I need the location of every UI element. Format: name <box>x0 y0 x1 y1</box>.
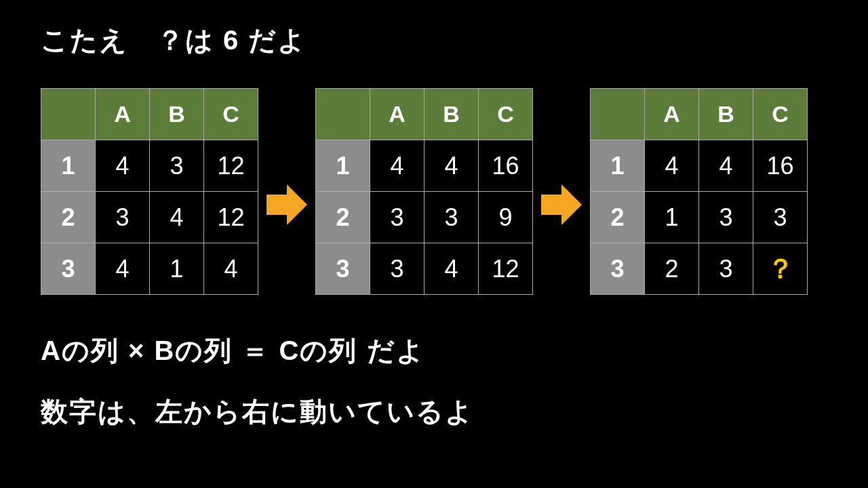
cell: 4 <box>150 192 204 243</box>
cell: 4 <box>96 140 150 192</box>
table-corner <box>591 89 645 140</box>
puzzle-table-2: A B C 1 4 4 16 2 3 3 9 3 3 4 12 <box>315 88 533 295</box>
cell: 16 <box>753 140 808 192</box>
puzzle-table-1: A B C 1 4 3 12 2 3 4 12 3 4 1 4 <box>41 88 258 295</box>
cell: 3 <box>370 192 425 243</box>
col-header-b: B <box>699 89 753 140</box>
col-header-c: C <box>753 89 808 140</box>
table-corner <box>41 89 96 140</box>
row-header: 1 <box>41 140 96 192</box>
answer-title: こたえ ？は 6 だよ <box>41 22 307 59</box>
cell: 3 <box>96 192 150 243</box>
row-header: 2 <box>591 192 645 243</box>
table-corner <box>316 89 370 140</box>
col-header-b: B <box>150 89 204 140</box>
cell: 3 <box>753 192 808 243</box>
cell: 4 <box>204 243 258 295</box>
cell: 12 <box>204 140 258 192</box>
cell: 1 <box>645 192 699 243</box>
cell: 12 <box>204 192 258 243</box>
row-header: 1 <box>591 140 645 192</box>
row-header: 2 <box>316 192 370 243</box>
cell: 1 <box>150 243 204 295</box>
svg-marker-0 <box>267 184 307 225</box>
cell: 4 <box>645 140 699 192</box>
col-header-c: C <box>479 89 533 140</box>
cell: 4 <box>425 140 479 192</box>
cell: 3 <box>425 192 479 243</box>
cell: 9 <box>479 192 533 243</box>
col-header-a: A <box>370 89 425 140</box>
cell: 16 <box>479 140 533 192</box>
puzzle-table-3: A B C 1 4 4 16 2 1 3 3 3 2 3 ？ <box>590 88 808 295</box>
cell: 12 <box>479 243 533 295</box>
cell: 4 <box>370 140 425 192</box>
cell: 3 <box>699 192 753 243</box>
col-header-a: A <box>96 89 150 140</box>
row-header: 1 <box>316 140 370 192</box>
cell: 4 <box>96 243 150 295</box>
cell: 3 <box>699 243 753 295</box>
explanation-line-2: 数字は、左から右に動いているよ <box>41 393 474 430</box>
row-header: 2 <box>41 192 96 243</box>
arrow-right-icon <box>541 184 582 225</box>
cell: 4 <box>699 140 753 192</box>
col-header-a: A <box>645 89 699 140</box>
arrow-right-icon <box>267 184 307 225</box>
row-header: 3 <box>591 243 645 295</box>
cell: 2 <box>645 243 699 295</box>
explanation-line-1: Aの列 × Bの列 ＝ Cの列 だよ <box>41 332 425 369</box>
row-header: 3 <box>41 243 96 295</box>
col-header-c: C <box>204 89 258 140</box>
cell: 3 <box>150 140 204 192</box>
cell: 4 <box>425 243 479 295</box>
question-cell: ？ <box>753 243 808 295</box>
svg-marker-1 <box>541 184 582 225</box>
col-header-b: B <box>425 89 479 140</box>
row-header: 3 <box>316 243 370 295</box>
tables-container: A B C 1 4 3 12 2 3 4 12 3 4 1 4 <box>41 88 808 295</box>
cell: 3 <box>370 243 425 295</box>
